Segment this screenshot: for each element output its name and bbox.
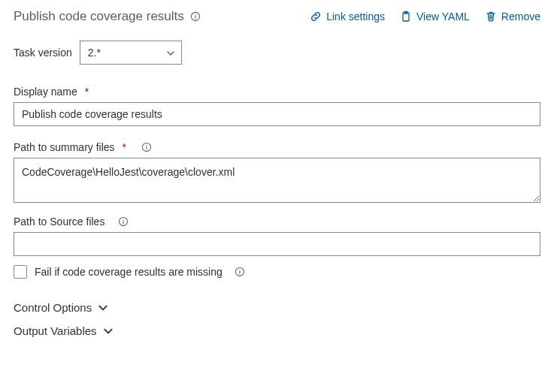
chevron-down-icon: [103, 326, 114, 336]
info-icon[interactable]: [141, 142, 152, 152]
remove-button[interactable]: Remove: [485, 11, 540, 23]
task-version-row: Task version 2.*: [14, 41, 540, 65]
fail-if-missing-checkbox[interactable]: [14, 265, 27, 279]
panel-header: Publish code coverage results Link setti…: [14, 9, 540, 24]
display-name-label-row: Display name *: [14, 86, 540, 98]
fail-if-missing-label: Fail if code coverage results are missin…: [35, 266, 223, 278]
summary-files-label-row: Path to summary files *: [14, 141, 540, 153]
summary-files-label: Path to summary files: [14, 141, 115, 153]
remove-label: Remove: [501, 11, 540, 23]
chevron-down-icon: [166, 48, 175, 57]
source-files-section: Path to Source files: [14, 216, 540, 256]
task-title: Publish code coverage results: [14, 9, 184, 24]
link-icon: [310, 11, 322, 23]
output-variables-section-header[interactable]: Output Variables: [14, 321, 540, 340]
source-files-input[interactable]: [14, 232, 540, 256]
fail-if-missing-row: Fail if code coverage results are missin…: [14, 265, 540, 279]
trash-icon: [485, 11, 497, 23]
display-name-input[interactable]: [14, 102, 540, 126]
required-marker: *: [123, 141, 126, 153]
link-settings-label: Link settings: [326, 11, 385, 23]
source-files-label-row: Path to Source files: [14, 216, 540, 228]
task-version-label: Task version: [14, 47, 72, 59]
svg-point-9: [146, 144, 147, 145]
clipboard-icon: [400, 11, 412, 23]
required-marker: *: [85, 86, 89, 98]
view-yaml-label: View YAML: [416, 11, 470, 23]
svg-point-2: [195, 14, 195, 14]
info-icon[interactable]: [235, 267, 245, 277]
view-yaml-button[interactable]: View YAML: [400, 11, 470, 23]
task-version-value: 2.*: [88, 47, 101, 59]
info-icon[interactable]: [118, 216, 129, 227]
link-settings-button[interactable]: Link settings: [310, 11, 385, 23]
output-variables-label: Output Variables: [14, 324, 97, 337]
display-name-section: Display name *: [14, 86, 540, 126]
source-files-label: Path to Source files: [14, 216, 104, 228]
task-editor-panel: Publish code coverage results Link setti…: [0, 0, 554, 358]
task-version-select[interactable]: 2.*: [80, 41, 182, 65]
chevron-down-icon: [98, 303, 108, 313]
summary-files-section: Path to summary files *: [14, 141, 540, 205]
svg-point-15: [239, 269, 240, 270]
control-options-section-header[interactable]: Control Options: [14, 298, 540, 317]
control-options-label: Control Options: [14, 301, 92, 314]
svg-point-12: [123, 219, 124, 219]
header-actions: Link settings View YAML: [310, 11, 540, 23]
summary-files-input[interactable]: [14, 158, 540, 203]
display-name-label: Display name: [14, 86, 77, 98]
info-icon[interactable]: [190, 11, 201, 22]
